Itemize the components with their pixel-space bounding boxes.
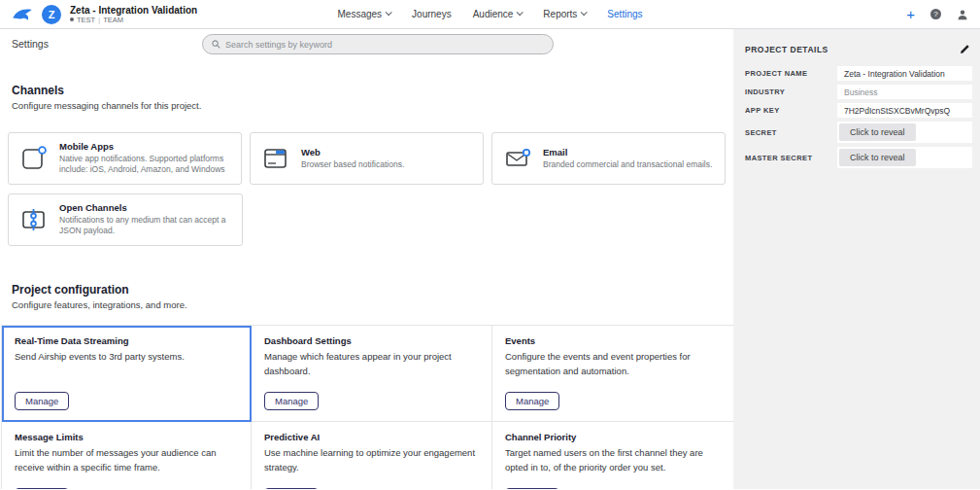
nav-audience[interactable]: Audience	[473, 9, 523, 19]
detail-label: INDUSTRY	[741, 85, 837, 99]
open-channels-icon	[19, 205, 49, 234]
master-secret-cell: Click to reveal	[837, 147, 972, 168]
pencil-icon[interactable]	[960, 44, 970, 54]
project-name-field[interactable]: Zeta - Integration Validation	[837, 66, 972, 81]
account-icon[interactable]	[957, 9, 968, 20]
config-card-description: Send Airship events to 3rd party systems…	[15, 349, 233, 364]
project-avatar[interactable]: Z	[42, 5, 61, 24]
channel-card-title: Open Channels	[59, 202, 231, 213]
detail-row-project-name: PROJECT NAME Zeta - Integration Validati…	[741, 66, 972, 81]
manage-button-message-limits[interactable]: Manage	[15, 488, 69, 489]
industry-value: Business	[837, 85, 972, 99]
airship-logo-icon[interactable]	[12, 6, 33, 23]
help-icon[interactable]: ?	[930, 9, 941, 19]
subtitle-separator: |	[98, 16, 100, 24]
project-title: Zeta - Integration Validation	[70, 5, 197, 16]
detail-row-master-secret: MASTER SECRET Click to reveal	[741, 147, 972, 168]
project-configuration-section: Project configuration Configure features…	[0, 283, 733, 489]
config-card-title: Events	[505, 335, 721, 346]
config-card-description: Manage which features appear in your pro…	[264, 349, 479, 378]
channel-card-description: Browser based notifications.	[301, 159, 404, 170]
channel-card-description: Branded commercial and transactional ema…	[543, 159, 712, 170]
magnifier-icon	[212, 40, 220, 49]
config-card-predictive-ai: Predictive AI Use machine learning to op…	[252, 422, 492, 489]
detail-row-industry: INDUSTRY Business	[741, 85, 972, 99]
channel-cards-row-2: Open Channels Notifications to any mediu…	[0, 193, 733, 246]
airship-logo-icon	[12, 7, 33, 22]
config-card-channel-priority: Channel Priority Target named users on t…	[492, 422, 733, 489]
detail-label: PROJECT NAME	[741, 66, 837, 81]
configuration-grid: Real-Time Data Streaming Send Airship ev…	[1, 325, 733, 489]
channel-card-title: Mobile Apps	[59, 141, 230, 152]
config-card-description: Use machine learning to optimize your en…	[264, 445, 479, 474]
detail-label: SECRET	[741, 122, 837, 143]
nav-journeys-label: Journeys	[412, 9, 452, 19]
manage-button-predictive-ai[interactable]: Manage	[264, 488, 319, 489]
detail-label: APP KEY	[741, 103, 837, 118]
nav-reports[interactable]: Reports	[543, 9, 586, 19]
secret-reveal-button[interactable]: Click to reveal	[839, 123, 916, 141]
project-details-panel: PROJECT DETAILS PROJECT NAME Zeta - Inte…	[733, 29, 980, 489]
channel-card-text: Email Branded commercial and transaction…	[543, 147, 712, 170]
nav-messages-label: Messages	[337, 9, 382, 19]
config-card-dashboard-settings: Dashboard Settings Manage which features…	[252, 326, 492, 422]
top-actions: + ?	[906, 7, 968, 21]
project-configuration-subtitle: Configure features, integrations, and mo…	[12, 299, 733, 310]
master-secret-reveal-button[interactable]: Click to reveal	[839, 149, 916, 166]
nav-journeys[interactable]: Journeys	[412, 9, 452, 19]
channel-card-text: Web Browser based notifications.	[301, 147, 404, 170]
nav-audience-label: Audience	[473, 9, 514, 19]
manage-button-channel-priority[interactable]: Manage	[505, 488, 559, 489]
project-details-header: PROJECT DETAILS	[741, 37, 972, 66]
channels-subtitle: Configure messaging channels for this pr…	[12, 100, 733, 111]
channel-card-text: Open Channels Notifications to any mediu…	[59, 202, 231, 237]
detail-row-app-key: APP KEY 7H2PdIcnStSXCBvMrQvpsQ	[741, 103, 972, 118]
chevron-down-icon	[517, 9, 524, 16]
env-label: TEST	[77, 16, 95, 24]
settings-main: Settings Channels Configure messaging ch…	[0, 29, 733, 489]
detail-label: MASTER SECRET	[741, 147, 837, 168]
channels-section: Channels Configure messaging channels fo…	[0, 84, 733, 246]
config-card-title: Dashboard Settings	[264, 335, 479, 346]
project-details-title: PROJECT DETAILS	[745, 45, 828, 54]
brand-area: Z Zeta - Integration Validation TEST | T…	[12, 5, 197, 24]
channel-card-web[interactable]: Web Browser based notifications.	[250, 132, 484, 185]
config-card-title: Channel Priority	[505, 432, 721, 442]
top-bar: Z Zeta - Integration Validation TEST | T…	[0, 0, 980, 29]
secret-cell: Click to reveal	[837, 122, 972, 143]
channel-card-mobile-apps[interactable]: Mobile Apps Native app notifications. Su…	[8, 132, 242, 185]
config-card-title: Real-Time Data Streaming	[15, 335, 238, 346]
channel-card-open-channels[interactable]: Open Channels Notifications to any mediu…	[8, 193, 243, 246]
channel-cards-row-1: Mobile Apps Native app notifications. Su…	[0, 132, 733, 185]
nav-settings[interactable]: Settings	[607, 9, 642, 19]
config-card-message-limits: Message Limits Limit the number of messa…	[2, 422, 252, 489]
config-card-title: Message Limits	[15, 432, 238, 442]
nav-settings-label: Settings	[607, 9, 642, 19]
create-new-button[interactable]: +	[906, 7, 915, 21]
channel-card-description: Notifications to any medium that can acc…	[59, 215, 231, 237]
project-configuration-title: Project configuration	[12, 283, 733, 297]
main-nav: Messages Journeys Audience Reports Setti…	[337, 9, 642, 19]
nav-messages[interactable]: Messages	[337, 9, 390, 19]
page-head: Settings	[0, 29, 733, 60]
channels-title: Channels	[12, 84, 733, 97]
config-card-description: Configure the events and event propertie…	[505, 349, 721, 378]
manage-button-real-time-data-streaming[interactable]: Manage	[15, 392, 69, 410]
chevron-down-icon	[581, 9, 588, 16]
app-key-field[interactable]: 7H2PdIcnStSXCBvMrQvpsQ	[837, 103, 972, 118]
config-card-title: Predictive AI	[264, 432, 479, 442]
manage-button-events[interactable]: Manage	[505, 392, 559, 410]
config-card-real-time-data-streaming: Real-Time Data Streaming Send Airship ev…	[2, 326, 252, 422]
page-title: Settings	[12, 38, 49, 50]
channel-card-title: Web	[301, 147, 404, 158]
config-card-description: Target named users on the first channel …	[505, 445, 721, 474]
email-icon	[503, 144, 532, 173]
search-input[interactable]	[225, 40, 544, 50]
channel-card-email[interactable]: Email Branded commercial and transaction…	[491, 132, 726, 185]
nav-reports-label: Reports	[543, 9, 577, 19]
config-card-events: Events Configure the events and event pr…	[492, 326, 733, 422]
settings-search	[202, 34, 554, 54]
manage-button-dashboard-settings[interactable]: Manage	[264, 392, 319, 410]
channel-card-description: Native app notifications. Supported plat…	[59, 154, 230, 176]
mobile-apps-icon	[19, 144, 49, 173]
